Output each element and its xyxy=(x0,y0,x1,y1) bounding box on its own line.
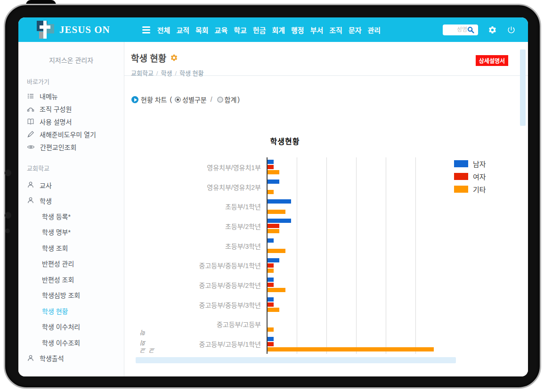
hamburger-menu-icon[interactable] xyxy=(142,26,150,33)
bar-남자 xyxy=(268,199,291,204)
row-plot xyxy=(267,255,445,275)
breadcrumb-item[interactable]: 교회학교 xyxy=(131,70,154,77)
sidebar-item[interactable]: 학생출석 xyxy=(18,351,124,366)
legend-swatch xyxy=(454,186,468,193)
search-input[interactable] xyxy=(446,26,467,33)
sidebar-subitem[interactable]: 학생 명부* xyxy=(18,224,124,240)
legend-label: 기타 xyxy=(473,184,486,194)
main-nav: 전체교적목회교육학교헌금회계행정부서조직문자관리 xyxy=(157,25,381,35)
sidebar-subitem[interactable]: 학생 이수처리 xyxy=(18,319,124,335)
sidebar-subitem[interactable]: 반편성 조회 xyxy=(18,271,124,287)
chart-row: 초등부/3학년 xyxy=(124,236,501,256)
sidebar-item[interactable]: 내메뉴 xyxy=(18,90,124,102)
chart-row: 영유치부/영유치1부 xyxy=(124,157,501,177)
legend-label: 여자 xyxy=(473,172,486,181)
app-logo[interactable]: JESUS ON xyxy=(35,20,110,40)
horizontal-scrollbar[interactable] xyxy=(136,357,456,363)
sidebar-item[interactable]: 조직 구성원 xyxy=(18,102,124,115)
chart-row: 초등부/1학년 xyxy=(124,196,501,216)
paren: ) xyxy=(237,96,240,103)
breadcrumb: 교회학교/학생/학생 현황 xyxy=(131,68,528,77)
radio-total-label[interactable]: 합계 xyxy=(225,95,237,104)
bar-남자 xyxy=(268,258,279,262)
sidebar-subitem[interactable]: 학생 이수조회 xyxy=(18,335,124,351)
radio-gender-label[interactable]: 성별구분 xyxy=(182,95,207,104)
topbar: JESUS ON 전체교적목회교육학교헌금회계행정부서조직문자관리 xyxy=(18,17,528,42)
row-plot xyxy=(267,295,445,315)
search-box[interactable] xyxy=(443,24,478,35)
page-header: 학생 현황 교회학교/학생/학생 현황 상세설명서 xyxy=(124,42,528,76)
sidebar-subitem[interactable]: 학생 등록* xyxy=(18,208,124,224)
radio-gender[interactable] xyxy=(175,97,181,103)
page-settings-gear-icon[interactable] xyxy=(170,54,178,62)
nav-item-조직[interactable]: 조직 xyxy=(329,25,342,35)
tablet-side-button xyxy=(5,212,11,219)
nav-item-목회[interactable]: 목회 xyxy=(195,25,209,35)
breadcrumb-item[interactable]: 학생 현황 xyxy=(179,70,203,77)
legend-item: 남자 xyxy=(454,157,486,170)
row-plot xyxy=(267,177,445,197)
sidebar-subitem-active[interactable]: 학생 현황 xyxy=(18,303,124,319)
bar-기타 xyxy=(268,347,434,351)
sidebar-item-label: 간편교인조회 xyxy=(40,142,76,152)
chart-controls: 현황 차트 ( 성별구분 / 합계 ) xyxy=(131,95,528,104)
sidebar-subitem[interactable]: 학생심방 조회 xyxy=(18,287,124,303)
breadcrumb-separator: / xyxy=(175,70,177,77)
power-icon[interactable] xyxy=(507,25,516,34)
sidebar-item-label: 내메뉴 xyxy=(40,91,58,101)
pen-icon xyxy=(27,131,34,138)
sidebar-item[interactable]: 사용 설명서 xyxy=(18,115,124,128)
bar-남자 xyxy=(268,219,291,223)
sidebar-item-label: 학생출석 xyxy=(40,353,64,363)
sidebar-section-label: 교회학교 xyxy=(18,163,124,172)
row-plot xyxy=(267,275,445,295)
controls-label: 현황 차트 xyxy=(141,95,167,104)
chart-legend: 남자여자기타 xyxy=(454,157,486,196)
row-plot xyxy=(267,315,445,335)
slash: / xyxy=(211,96,212,103)
sidebar-section-label: 바로가기 xyxy=(18,77,124,86)
sidebar-subitem[interactable]: 반편성 관리 xyxy=(18,256,124,272)
row-plot xyxy=(267,236,445,256)
category-label: 초등부/1학년 xyxy=(124,196,267,216)
nav-item-전체[interactable]: 전체 xyxy=(157,25,171,35)
sidebar-subitem[interactable]: 학생 조회 xyxy=(18,240,124,256)
sidebar-item-label: 조직 구성원 xyxy=(40,104,72,114)
sidebar-item[interactable]: 새해준비도우미 열기 xyxy=(18,128,124,140)
bar-기타 xyxy=(268,229,279,233)
person-icon xyxy=(27,196,34,204)
nav-item-관리[interactable]: 관리 xyxy=(367,25,381,35)
category-label: 초등부/3학년 xyxy=(124,236,267,256)
nav-item-행정[interactable]: 행정 xyxy=(291,25,304,35)
bar-기타 xyxy=(268,327,274,332)
bar-여자 xyxy=(268,224,279,228)
nav-item-교적[interactable]: 교적 xyxy=(176,25,189,35)
bar-남자 xyxy=(268,297,274,302)
bar-남자 xyxy=(268,278,274,282)
nav-item-회계[interactable]: 회계 xyxy=(272,25,285,35)
nav-item-학교[interactable]: 학교 xyxy=(234,25,247,35)
settings-gear-icon[interactable] xyxy=(488,25,497,34)
radio-total[interactable] xyxy=(217,97,223,103)
sidebar-item[interactable]: 학생 xyxy=(18,193,124,208)
bar-남자 xyxy=(268,337,274,341)
screen: JESUS ON 전체교적목회교육학교헌금회계행정부서조직문자관리 지저스온 관… xyxy=(18,17,528,376)
sidebar-item[interactable]: 간편교인조회 xyxy=(18,140,124,153)
manual-badge[interactable]: 상세설명서 xyxy=(476,55,508,66)
nav-item-문자[interactable]: 문자 xyxy=(349,25,362,35)
logo-text: JESUS ON xyxy=(59,24,110,36)
bar-기타 xyxy=(268,210,285,214)
tablet-side-button xyxy=(5,229,10,233)
breadcrumb-item[interactable]: 학생 xyxy=(161,70,172,77)
chart-row: 중고등부/중등부/3학년 xyxy=(124,295,501,315)
bar-여자 xyxy=(268,283,274,287)
nav-item-헌금[interactable]: 헌금 xyxy=(253,25,266,35)
sidebar-item[interactable]: 교사 xyxy=(18,177,124,193)
category-label: 중고등부/중등부/1학년 xyxy=(124,255,267,275)
vertical-scrollbar[interactable] xyxy=(520,49,526,126)
nav-item-부서[interactable]: 부서 xyxy=(310,25,324,35)
sidebar-item-label: 사용 설명서 xyxy=(40,117,72,126)
search-icon[interactable] xyxy=(467,26,474,33)
person-icon xyxy=(27,181,34,189)
nav-item-교육[interactable]: 교육 xyxy=(215,25,228,35)
